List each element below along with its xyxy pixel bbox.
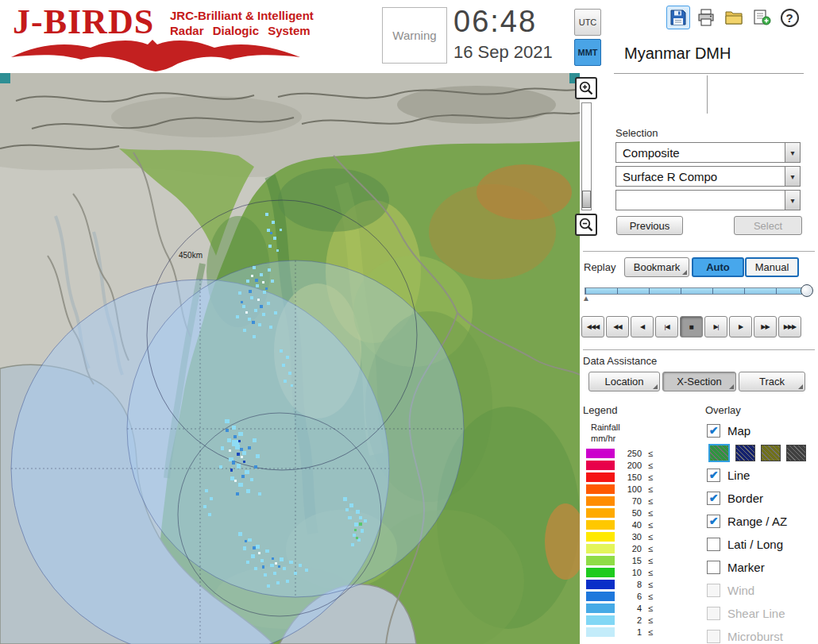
data-assistance-label: Data Assistance <box>583 355 657 367</box>
checkbox-icon[interactable] <box>707 561 720 574</box>
overlay-item-marker[interactable]: Marker <box>707 556 818 579</box>
legend-lte-symbol: ≤ <box>648 508 653 518</box>
checkbox-icon[interactable]: ✔ <box>707 492 720 505</box>
option-dropdown[interactable]: ▾ <box>615 190 801 210</box>
previous-button[interactable]: Previous <box>616 216 683 235</box>
legend-lte-symbol: ≤ <box>648 627 653 637</box>
zoom-out-button[interactable] <box>575 214 597 236</box>
map-style-swatch[interactable] <box>708 444 730 462</box>
location-button[interactable]: Location <box>588 372 660 391</box>
overlay-item-map[interactable]: ✔Map <box>707 419 818 442</box>
overlay-item-shear-line[interactable]: Shear Line <box>707 602 818 625</box>
utc-button[interactable]: UTC <box>574 9 601 36</box>
manual-button[interactable]: Manual <box>745 257 799 277</box>
legend-lte-symbol: ≤ <box>648 544 653 553</box>
overlay-item-label: Shear Line <box>727 607 785 620</box>
help-button[interactable]: ? <box>777 6 801 29</box>
zoom-out-icon <box>578 217 594 233</box>
chevron-down-icon[interactable]: ▾ <box>785 143 800 162</box>
overlay-item-border[interactable]: ✔Border <box>707 487 818 510</box>
legend-entry: 1≤ <box>586 626 689 638</box>
checkbox-icon[interactable]: ✔ <box>707 469 720 482</box>
map-style-swatch[interactable] <box>761 445 781 461</box>
legend-entry: 70≤ <box>586 495 689 507</box>
legend-value: 10 <box>621 568 642 577</box>
product-dropdown[interactable]: Surface R Compo ▾ <box>615 166 801 187</box>
legend-lte-symbol: ≤ <box>648 568 653 577</box>
playback-fast-rewind-button[interactable]: ◀◀ <box>606 316 629 337</box>
logo-tagline-line1: JRC-Brilliant & Intelligent <box>170 8 314 23</box>
map-color-swatches <box>707 442 818 464</box>
legend-color-swatch <box>586 484 615 494</box>
mmt-button[interactable]: MMT <box>574 39 601 66</box>
open-folder-button[interactable] <box>722 6 746 29</box>
legend-lte-symbol: ≤ <box>648 592 653 601</box>
x-section-button[interactable]: X-Section <box>662 372 736 391</box>
track-button[interactable]: Track <box>739 372 805 391</box>
zoom-in-button[interactable] <box>575 77 597 99</box>
checkbox-icon[interactable] <box>707 584 720 597</box>
legend-entry: 50≤ <box>586 507 689 519</box>
timeline-thumb[interactable] <box>801 284 813 297</box>
legend-entry: 30≤ <box>586 530 689 542</box>
legend-color-swatch <box>586 496 615 506</box>
overlay-item-wind[interactable]: Wind <box>707 579 818 602</box>
playback-stop-button[interactable]: ■ <box>680 316 703 337</box>
legend-lte-symbol: ≤ <box>648 532 653 542</box>
legend-entry: 6≤ <box>586 590 689 602</box>
legend-lte-symbol: ≤ <box>648 449 653 458</box>
checkbox-icon[interactable]: ✔ <box>707 424 720 438</box>
logo-tagline-line2: Radar Dialogic System <box>170 23 314 38</box>
jbirds-app: J-BIRDS JRC-Brilliant & Intelligent Rada… <box>0 0 818 644</box>
chevron-down-icon[interactable]: ▾ <box>785 191 800 210</box>
playback-step-back-button[interactable]: ◀ <box>631 316 654 337</box>
checkbox-icon[interactable] <box>707 630 720 643</box>
overlay-item-range-az[interactable]: ✔Range / AZ <box>707 510 818 533</box>
dropdown-value: Composite <box>616 146 785 160</box>
legend-value: 30 <box>621 532 642 542</box>
print-button[interactable] <box>694 6 718 29</box>
legend-color-swatch <box>586 532 615 542</box>
replay-label: Replay <box>584 261 615 273</box>
warning-label: Warning <box>392 29 436 42</box>
checkbox-icon[interactable]: ✔ <box>707 515 720 528</box>
replay-timeline-slider[interactable] <box>585 287 812 295</box>
legend-value: 50 <box>621 508 642 518</box>
overlay-item-label: Map <box>727 424 750 438</box>
playback-fast-forward-button[interactable]: ▶▶ <box>754 316 777 337</box>
radar-map[interactable]: 450km <box>0 73 580 644</box>
map-style-swatch[interactable] <box>786 445 806 461</box>
legend-quantity: Rainfall <box>591 422 620 432</box>
legend-lte-symbol: ≤ <box>648 604 653 613</box>
legend-label: Legend <box>583 404 617 416</box>
playback-next-frame-button[interactable]: ▶| <box>704 316 727 337</box>
map-style-swatch[interactable] <box>735 445 755 461</box>
legend-entry: 8≤ <box>586 578 689 590</box>
chevron-down-icon[interactable]: ▾ <box>785 167 800 186</box>
legend-value: 20 <box>621 544 642 553</box>
checkbox-icon[interactable] <box>707 538 720 551</box>
legend-color-swatch <box>586 580 615 589</box>
map-corner-marker <box>0 73 10 83</box>
add-data-button[interactable] <box>750 6 774 29</box>
playback-prev-frame-button[interactable]: |◀ <box>655 316 678 337</box>
overlay-item-label: Marker <box>727 561 765 574</box>
playback-play-button[interactable]: ▶ <box>729 316 752 337</box>
auto-button[interactable]: Auto <box>692 257 744 277</box>
overlay-item-microburst[interactable]: Microburst <box>707 625 818 644</box>
playback-skip-start-button[interactable]: ◀◀◀ <box>581 316 604 337</box>
playback-skip-end-button[interactable]: ▶▶▶ <box>778 316 801 337</box>
legend-color-swatch <box>586 615 615 625</box>
legend-value: 1 <box>621 627 642 637</box>
select-button[interactable]: Select <box>734 216 802 235</box>
zoom-slider[interactable] <box>581 102 592 210</box>
composite-dropdown[interactable]: Composite ▾ <box>615 142 801 163</box>
save-button[interactable] <box>666 6 690 29</box>
overlay-item-lati-long[interactable]: Lati / Long <box>707 533 818 556</box>
overlay-item-line[interactable]: ✔Line <box>707 464 818 487</box>
legend-entry: 15≤ <box>586 554 689 566</box>
checkbox-icon[interactable] <box>707 607 720 620</box>
zoom-slider-thumb[interactable] <box>582 191 591 208</box>
bookmark-button[interactable]: Bookmark <box>624 257 689 277</box>
dropdown-value: Surface R Compo <box>616 170 785 183</box>
